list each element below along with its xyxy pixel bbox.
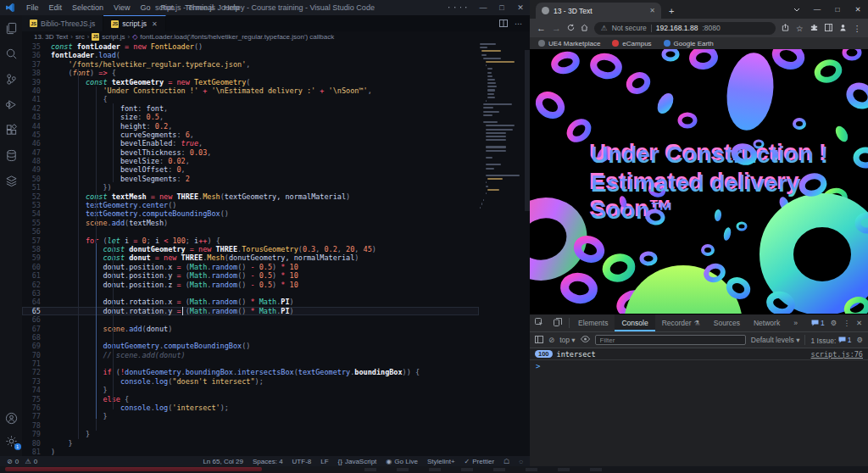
- code-line[interactable]: 41 {: [22, 95, 479, 103]
- code-line[interactable]: 38 (font) => {: [22, 69, 479, 77]
- address-bar[interactable]: ⚠ Not secure 192.168.1.88:8080: [594, 22, 776, 35]
- more-actions-icon[interactable]: ⋯: [515, 19, 522, 28]
- devtools-tab-sources[interactable]: Sources: [707, 314, 747, 331]
- eye-icon[interactable]: [581, 336, 590, 344]
- status-prettier[interactable]: ✓Prettier: [465, 458, 495, 465]
- code-line[interactable]: 80 }: [22, 439, 479, 448]
- status-javascript[interactable]: {}JavaScript: [338, 458, 377, 465]
- devtools-tab-network[interactable]: Network: [747, 314, 787, 331]
- menu-kebab-icon[interactable]: ⋮: [854, 24, 862, 33]
- code-line[interactable]: 54 textGeometry.computeBoundingBox(): [22, 209, 479, 218]
- code-line[interactable]: 76 console.log('intersect');: [22, 403, 479, 412]
- code-line[interactable]: 46 bevelEnabled: true,: [22, 139, 479, 147]
- code-line[interactable]: 43 size: 0.5,: [22, 113, 479, 121]
- code-line[interactable]: 65 donut.rotation.y = (Math.random() * M…: [22, 307, 479, 315]
- console-prompt[interactable]: >: [530, 360, 868, 372]
- code-line[interactable]: 67 scene.add(donut): [22, 325, 479, 333]
- devtools-close-icon[interactable]: ✕: [856, 319, 862, 327]
- code-line[interactable]: 60 donut.position.x = (Math.random() - 0…: [22, 263, 479, 271]
- code-line[interactable]: 53 textGeometry.center(): [22, 201, 479, 209]
- tab-search-icon[interactable]: [787, 5, 807, 14]
- status-stylelint-[interactable]: Stylelint+: [427, 458, 455, 465]
- code-line[interactable]: 74 }: [22, 386, 479, 394]
- share-icon[interactable]: [782, 24, 789, 33]
- minimize-button[interactable]: —: [474, 3, 492, 12]
- breadcrumb-symbol[interactable]: fontLoader.load('/fonts/helvetiker_regul…: [140, 33, 334, 41]
- problems-indicator[interactable]: ⊘ 0 ⚠ 0: [7, 458, 37, 465]
- menu-file[interactable]: File: [21, 3, 44, 12]
- code-area[interactable]: 35const fontLoader = new FontLoader()36f…: [22, 42, 479, 456]
- layout-controls[interactable]: [448, 4, 467, 11]
- run-debug-icon[interactable]: [5, 98, 18, 111]
- code-editor[interactable]: 35const fontLoader = new FontLoader()36f…: [22, 42, 530, 456]
- devtools-tab-elements[interactable]: Elements: [571, 314, 615, 331]
- inspect-element-icon[interactable]: [530, 318, 548, 328]
- code-line[interactable]: 39 const textGeometry = new TextGeometry…: [22, 78, 479, 86]
- layers-icon[interactable]: [5, 175, 18, 187]
- explorer-icon[interactable]: [5, 22, 18, 35]
- devtools-tab-console[interactable]: Console: [615, 314, 654, 331]
- threejs-canvas[interactable]: Under Construction ! Estimated delivery …: [530, 49, 868, 314]
- code-line[interactable]: 45 curveSegments: 6,: [22, 131, 479, 139]
- code-line[interactable]: 52 const textMesh = new THREE.Mesh(textG…: [22, 192, 479, 201]
- code-line[interactable]: 69 donutGeometry.computeBoundingBox(): [22, 342, 479, 350]
- code-line[interactable]: 42 font: font,: [22, 104, 479, 113]
- code-line[interactable]: 77 }: [22, 412, 479, 420]
- extensions-icon[interactable]: [5, 124, 18, 136]
- menu-selection[interactable]: Selection: [67, 3, 108, 12]
- code-line[interactable]: 35const fontLoader = new FontLoader(): [22, 42, 479, 51]
- side-panel-icon[interactable]: [825, 24, 832, 33]
- source-control-icon[interactable]: [5, 73, 18, 86]
- bookmark-ecampus[interactable]: eCampus: [612, 40, 651, 47]
- code-line[interactable]: 49 bevelOffset: 0,: [22, 165, 479, 174]
- reload-icon[interactable]: [567, 23, 575, 33]
- code-line[interactable]: 59 const donut = new THREE.Mesh(donutGeo…: [22, 253, 479, 262]
- code-line[interactable]: 62 donut.position.z = (Math.random() - 0…: [22, 281, 479, 289]
- breadcrumb-folder[interactable]: 13. 3D Text: [34, 33, 68, 41]
- console-sidebar-icon[interactable]: [535, 336, 543, 345]
- menu-view[interactable]: View: [108, 3, 135, 12]
- console-filter-input[interactable]: [595, 335, 746, 345]
- code-line[interactable]: 63: [22, 289, 479, 298]
- status-ln-65-col-29[interactable]: Ln 65, Col 29: [203, 458, 243, 465]
- menu-go[interactable]: Go: [135, 3, 155, 12]
- code-line[interactable]: 61 donut.position.y = (Math.random() - 0…: [22, 271, 479, 280]
- log-levels-selector[interactable]: Default levels ▾: [751, 336, 800, 344]
- status-feedback[interactable]: ☖: [504, 458, 509, 465]
- bookmark-google-earth[interactable]: Google Earth: [664, 40, 714, 47]
- code-line[interactable]: 56: [22, 227, 479, 236]
- menu-edit[interactable]: Edit: [44, 3, 68, 12]
- device-toolbar-icon[interactable]: [548, 318, 567, 328]
- search-icon[interactable]: [5, 47, 18, 60]
- context-selector[interactable]: top ▾: [559, 336, 575, 344]
- extensions-puzzle-icon[interactable]: [810, 24, 818, 33]
- tab-close-icon[interactable]: ✕: [649, 7, 655, 14]
- status-go-live[interactable]: ◉Go Live: [386, 458, 418, 465]
- code-line[interactable]: 37 '/fonts/helvetiker_regular.typeface.j…: [22, 60, 479, 69]
- issues-counter[interactable]: 1 Issue: 1: [810, 336, 851, 345]
- bookmark-star-icon[interactable]: ☆: [796, 24, 804, 33]
- code-line[interactable]: 81): [22, 448, 479, 456]
- maximize-button[interactable]: □: [492, 3, 511, 12]
- code-line[interactable]: 75 else {: [22, 395, 479, 403]
- messages-bubble-icon[interactable]: 1: [811, 319, 825, 327]
- code-line[interactable]: 48 bevelSize: 0.02,: [22, 157, 479, 165]
- code-line[interactable]: 57 for (let i = 0; i < 100; i++) {: [22, 236, 479, 245]
- browser-maximize-button[interactable]: □: [827, 5, 848, 14]
- code-line[interactable]: 40 'Under Construction !' + '\nEstimated…: [22, 86, 479, 95]
- breadcrumb-file[interactable]: script.js: [102, 33, 125, 41]
- devtools-settings-icon[interactable]: ⚙: [831, 319, 837, 327]
- browser-minimize-button[interactable]: —: [807, 5, 827, 14]
- code-line[interactable]: 44 height: 0.2,: [22, 122, 479, 131]
- code-line[interactable]: 58 const donutGeometry = new THREE.Torus…: [22, 245, 479, 253]
- status-bell[interactable]: ◌: [519, 458, 523, 465]
- settings-gear-icon[interactable]: 1: [5, 435, 18, 448]
- clear-console-icon[interactable]: ⊘: [548, 336, 554, 344]
- devtools-kebab-icon[interactable]: ⋮: [843, 319, 850, 327]
- code-line[interactable]: 36fontLoader.load(: [22, 51, 479, 59]
- profile-icon[interactable]: [839, 24, 847, 33]
- status-spaces-4[interactable]: Spaces: 4: [253, 458, 283, 465]
- back-button[interactable]: ←: [537, 23, 546, 33]
- tab-script.js[interactable]: JSscript.js✕: [103, 15, 166, 31]
- console-source-link[interactable]: script.js:76: [811, 350, 863, 359]
